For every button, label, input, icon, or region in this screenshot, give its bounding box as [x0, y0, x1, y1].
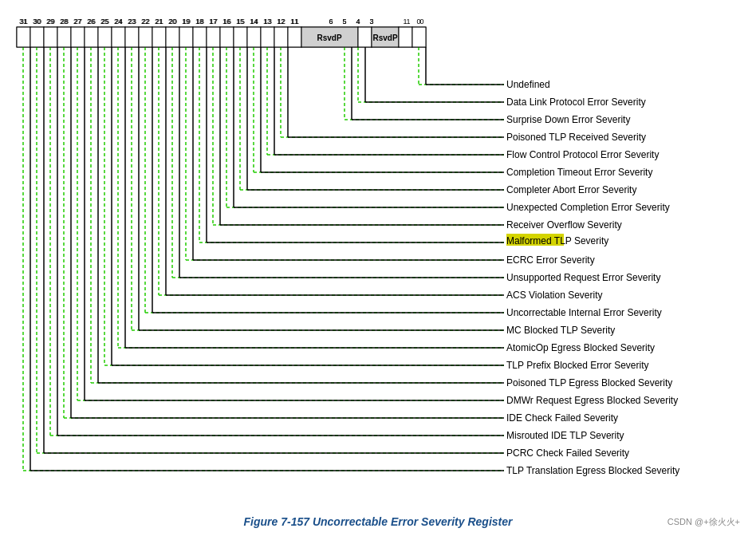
svg-rect-142: [261, 27, 274, 47]
svg-text:11: 11: [290, 18, 298, 26]
label-data-link: Data Link Protocol Error Severity: [506, 97, 646, 108]
svg-rect-147: [358, 27, 372, 47]
svg-text:20: 20: [168, 18, 176, 26]
label-completer-abort: Completer Abort Error Severity: [506, 184, 636, 195]
label-surprise-down: Surprise Down Error Severity: [506, 114, 630, 125]
svg-text:3: 3: [369, 18, 373, 26]
svg-text:15: 15: [236, 18, 244, 26]
label-uncorrectable-internal: Uncorrectable Internal Error Severity: [506, 307, 662, 318]
svg-rect-124: [17, 27, 30, 47]
svg-text:0: 0: [416, 18, 420, 26]
svg-rect-137: [193, 27, 207, 47]
svg-text:19: 19: [182, 18, 190, 26]
label-poisoned-tlp-egress: Poisoned TLP Egress Blocked Severity: [506, 377, 672, 388]
svg-rect-143: [274, 27, 288, 47]
register-boxes-overlay: RsvdP RsvdP: [17, 27, 426, 47]
svg-text:27: 27: [73, 18, 81, 26]
svg-rect-126: [44, 27, 57, 47]
svg-rect-144: [288, 27, 301, 47]
svg-text:24: 24: [114, 18, 122, 26]
label-flow-control: Flow Control Protocol Error Severity: [506, 149, 659, 160]
svg-text:13: 13: [263, 18, 271, 26]
main-container: 31 30 29 28 27 26 25 24 23 22 21 20 19 1…: [0, 0, 756, 544]
label-unexpected-completion: Unexpected Completion Error Severity: [506, 202, 670, 213]
svg-text:18: 18: [195, 18, 203, 26]
svg-text:21: 21: [155, 18, 163, 26]
svg-text:28: 28: [60, 18, 68, 26]
label-poisoned-tlp-received: Poisoned TLP Received Severity: [506, 132, 646, 143]
svg-text:RsvdP: RsvdP: [317, 34, 341, 42]
svg-text:6: 6: [329, 18, 333, 26]
svg-rect-133: [139, 27, 152, 47]
svg-text:RsvdP: RsvdP: [372, 34, 397, 42]
label-ide-check: IDE Check Failed Severity: [506, 412, 618, 424]
label-completion-timeout: Completion Timeout Error Severity: [506, 167, 652, 178]
label-dmwr-request: DMWr Request Egress Blocked Severity: [506, 395, 678, 406]
label-ecrc-error: ECRC Error Severity: [506, 254, 595, 266]
svg-text:16: 16: [222, 18, 230, 26]
svg-text:29: 29: [46, 18, 54, 26]
svg-rect-127: [57, 27, 71, 47]
svg-rect-130: [98, 27, 112, 47]
svg-text:23: 23: [128, 18, 136, 26]
svg-rect-136: [179, 27, 193, 47]
svg-text:22: 22: [141, 18, 149, 26]
svg-text:26: 26: [87, 18, 95, 26]
svg-text:14: 14: [250, 18, 258, 26]
bit-numbers-overlay: 31 30 29 28 27 26 25 24 23 22 21 20 19 1…: [19, 18, 421, 26]
svg-rect-125: [30, 27, 44, 47]
svg-text:30: 30: [33, 18, 41, 26]
label-atomicop-egress: AtomicOp Egress Blocked Severity: [506, 342, 655, 353]
label-unsupported-request: Unsupported Request Error Severity: [506, 272, 660, 283]
svg-rect-135: [166, 27, 179, 47]
svg-text:31: 31: [19, 18, 27, 26]
svg-rect-150: [399, 27, 412, 47]
label-tlp-translation: TLP Translation Egress Blocked Severity: [506, 465, 679, 476]
svg-rect-141: [247, 27, 261, 47]
svg-text:5: 5: [342, 18, 346, 26]
svg-rect-131: [112, 27, 125, 47]
watermark: CSDN @+徐火火+: [667, 516, 740, 528]
svg-rect-151: [412, 27, 426, 47]
svg-rect-129: [85, 27, 98, 47]
svg-text:12: 12: [277, 18, 285, 26]
svg-text:17: 17: [209, 18, 217, 26]
label-malformed-tlp: Malformed TLP Severity: [506, 235, 608, 246]
svg-rect-139: [220, 27, 234, 47]
svg-rect-128: [71, 27, 85, 47]
svg-rect-132: [125, 27, 139, 47]
label-mc-blocked-tlp: MC Blocked TLP Severity: [506, 325, 615, 336]
figure-caption: Figure 7-157 Uncorrectable Error Severit…: [0, 515, 756, 528]
register-diagram: 31 30 29 28 27 26 25 24 23 22 21 20 19 1…: [0, 0, 756, 544]
label-tlp-prefix-blocked: TLP Prefix Blocked Error Severity: [506, 360, 649, 371]
label-receiver-overflow: Receiver Overflow Severity: [506, 219, 622, 231]
svg-text:1: 1: [403, 18, 407, 26]
svg-rect-138: [207, 27, 220, 47]
label-acs-violation: ACS Violation Severity: [506, 290, 603, 301]
label-pcrc-check: PCRC Check Failed Severity: [506, 447, 629, 459]
label-misrouted-ide: Misrouted IDE TLP Severity: [506, 430, 624, 441]
svg-text:25: 25: [100, 18, 108, 26]
svg-rect-134: [152, 27, 166, 47]
svg-rect-140: [234, 27, 247, 47]
svg-text:4: 4: [356, 18, 360, 26]
label-undefined: Undefined: [506, 79, 550, 90]
